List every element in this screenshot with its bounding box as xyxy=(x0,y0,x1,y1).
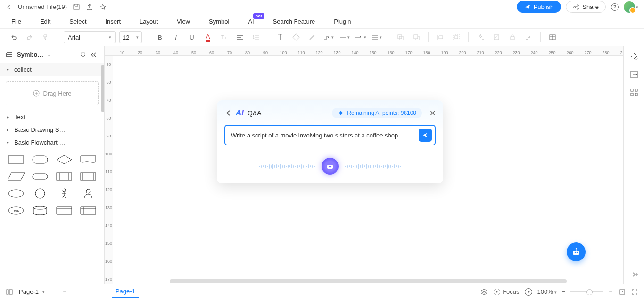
menu-insert[interactable]: Insert xyxy=(106,18,121,25)
connector-button[interactable]: ▾ xyxy=(322,31,334,43)
help-icon[interactable] xyxy=(611,3,619,11)
settings-button[interactable] xyxy=(522,31,535,43)
file-title[interactable]: Unnamed File(19) xyxy=(18,3,67,10)
menu-layout[interactable]: Layout xyxy=(140,18,158,25)
format-button[interactable] xyxy=(490,31,503,43)
user-avatar[interactable]: ▾ xyxy=(624,1,638,13)
shape-user[interactable] xyxy=(77,186,99,201)
arrow-style-button[interactable]: ▾ xyxy=(354,31,366,43)
share-button[interactable]: Share xyxy=(566,1,606,13)
shape-document[interactable] xyxy=(77,153,99,167)
star-icon[interactable] xyxy=(99,3,107,11)
align-button[interactable] xyxy=(234,31,246,43)
fill-tool-icon[interactable] xyxy=(629,52,639,61)
undo-button[interactable] xyxy=(8,31,20,43)
zoom-slider[interactable] xyxy=(570,291,603,292)
line-spacing-button[interactable] xyxy=(250,31,262,43)
add-page-button[interactable]: ＋ xyxy=(62,288,68,296)
ai-assistant-fab[interactable] xyxy=(567,242,586,261)
align-objects-button[interactable] xyxy=(434,31,446,43)
menu-select[interactable]: Select xyxy=(69,18,86,25)
effects-button[interactable] xyxy=(474,31,487,43)
font-color-button[interactable]: A xyxy=(202,31,214,43)
line-color-button[interactable] xyxy=(306,31,318,43)
shape-capsule[interactable] xyxy=(30,170,51,184)
focus-button[interactable]: Focus xyxy=(493,288,519,296)
shape-card[interactable] xyxy=(54,203,75,218)
ai-send-button[interactable] xyxy=(419,129,432,142)
shape-yes-oval[interactable]: Yes xyxy=(6,203,27,218)
format-painter-button[interactable] xyxy=(40,31,52,43)
save-icon[interactable] xyxy=(73,3,80,11)
menu-file[interactable]: File xyxy=(11,18,21,25)
page-select[interactable]: Page-1 ▾ ＋ xyxy=(19,288,106,296)
page-tab-active[interactable]: Page-1 xyxy=(112,286,139,298)
fill-button[interactable] xyxy=(290,31,302,43)
line-style-button[interactable]: ▾ xyxy=(338,31,350,43)
zoom-out-button[interactable]: − xyxy=(561,288,565,295)
collapse-panel-icon[interactable] xyxy=(91,51,99,58)
shape-circle[interactable] xyxy=(30,186,51,201)
font-size-select[interactable]: 12▾ xyxy=(119,31,142,43)
menu-search-feature[interactable]: Search Feature xyxy=(273,18,315,25)
play-icon[interactable] xyxy=(524,288,533,296)
expand-right-rail-icon[interactable] xyxy=(630,271,638,278)
text-tool-button[interactable]: T xyxy=(274,31,286,43)
shape-cylinder[interactable] xyxy=(30,203,51,218)
export-icon[interactable] xyxy=(86,3,93,11)
layer-front-button[interactable] xyxy=(394,31,406,43)
redo-button[interactable] xyxy=(24,31,36,43)
section-text[interactable]: ▸ Text xyxy=(0,111,104,123)
ai-back-button[interactable] xyxy=(224,109,232,117)
shape-rectangle[interactable] xyxy=(6,153,27,167)
drag-here-zone[interactable]: Drag Here xyxy=(6,81,99,105)
shape-ellipse[interactable] xyxy=(6,186,27,201)
expand-down-icon[interactable]: ⌄ xyxy=(47,51,51,57)
menu-edit[interactable]: Edit xyxy=(40,18,50,25)
outline-icon[interactable] xyxy=(6,288,13,296)
group-button[interactable] xyxy=(450,31,462,43)
left-panel-scrollbar[interactable] xyxy=(101,65,104,112)
line-weight-button[interactable]: ▾ xyxy=(370,31,382,43)
shape-rounded-rect[interactable] xyxy=(30,153,51,167)
shape-person[interactable] xyxy=(54,186,75,201)
menu-ai[interactable]: AIhot xyxy=(248,18,254,25)
canvas-horizontal-scrollbar[interactable] xyxy=(170,279,567,283)
zoom-in-button[interactable]: ＋ xyxy=(608,288,614,296)
shape-card-alt[interactable] xyxy=(77,203,99,218)
text-size-button[interactable]: TT xyxy=(218,31,230,43)
search-icon[interactable] xyxy=(80,51,87,58)
fit-screen-icon[interactable] xyxy=(619,288,626,296)
menu-symbol[interactable]: Symbol xyxy=(209,18,229,25)
back-icon[interactable] xyxy=(6,4,12,10)
layers-icon[interactable] xyxy=(480,288,488,296)
table-button[interactable] xyxy=(546,31,559,43)
section-basic-flowchart[interactable]: ▾ Basic Flowchart … xyxy=(0,136,104,149)
shape-subprocess-alt[interactable] xyxy=(77,170,99,184)
ai-prompt-input[interactable] xyxy=(231,132,415,139)
italic-button[interactable]: I xyxy=(170,31,182,43)
canvas[interactable]: AI Q&A Remaining AI points: 98100 ✕ xyxy=(113,56,623,284)
bold-button[interactable]: B xyxy=(154,31,166,43)
publish-button[interactable]: Publish xyxy=(517,1,561,13)
ai-points-badge[interactable]: Remaining AI points: 98100 xyxy=(332,108,422,118)
font-select[interactable]: Arial▾ xyxy=(64,31,116,43)
menu-plugin[interactable]: Plugin xyxy=(334,18,351,25)
svg-rect-41 xyxy=(635,89,637,91)
zoom-level[interactable]: 100% ▾ xyxy=(537,288,557,295)
underline-button[interactable]: U xyxy=(186,31,198,43)
menu-view[interactable]: View xyxy=(177,18,190,25)
shape-diamond[interactable] xyxy=(54,153,75,167)
apps-icon[interactable] xyxy=(629,88,639,97)
ai-close-button[interactable]: ✕ xyxy=(429,109,436,118)
section-basic-drawing[interactable]: ▸ Basic Drawing S… xyxy=(0,123,104,136)
fullscreen-icon[interactable] xyxy=(631,288,638,296)
svg-point-30 xyxy=(33,206,47,209)
export-panel-icon[interactable] xyxy=(629,70,639,79)
lock-button[interactable] xyxy=(506,31,519,43)
shape-subprocess[interactable] xyxy=(54,170,75,184)
ruler-tick: 120 xyxy=(105,181,113,199)
layer-back-button[interactable] xyxy=(410,31,422,43)
section-collect[interactable]: ▾ collect xyxy=(0,63,104,76)
shape-parallelogram[interactable] xyxy=(6,170,27,184)
